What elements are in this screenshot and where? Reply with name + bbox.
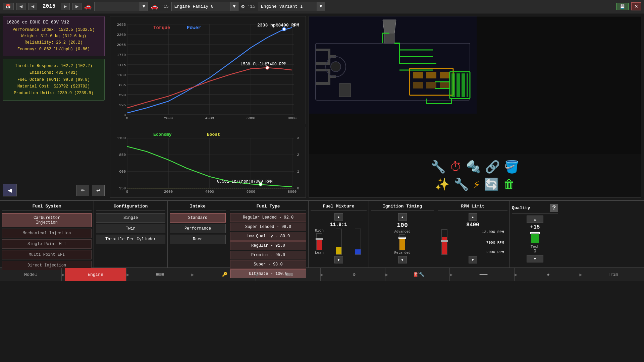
dropdown-arrow-2[interactable]: ▼ bbox=[230, 2, 238, 11]
left-panel: 16286 cc DOHC DI 60V V12 Performance Ind… bbox=[0, 13, 107, 200]
config-single[interactable]: Single bbox=[96, 213, 165, 223]
next-year-btn2[interactable]: ▶ bbox=[72, 3, 82, 10]
performance-index: Performance Index: 1532.5 (1532.5) bbox=[6, 27, 101, 33]
fuel-item-mechanical[interactable]: Mechanical Injection bbox=[2, 229, 92, 238]
intake-standard[interactable]: Standard bbox=[170, 213, 226, 223]
fuel-super[interactable]: Super - 98.0 bbox=[230, 260, 306, 269]
svg-text:590: 590 bbox=[119, 93, 126, 97]
intake-race[interactable]: Race bbox=[170, 235, 226, 244]
mixture-down-btn[interactable]: ▼ bbox=[334, 256, 343, 263]
rpm-limit-header: RPM Limit bbox=[438, 204, 507, 210]
nav-engine[interactable]: Engine bbox=[65, 268, 126, 281]
spanner-icon: 🔧 bbox=[454, 177, 469, 192]
tech-label: Tech bbox=[531, 245, 539, 249]
svg-text:8000: 8000 bbox=[288, 116, 297, 120]
nav-wheels[interactable]: ◈ bbox=[518, 268, 579, 281]
svg-text:2655: 2655 bbox=[117, 23, 126, 27]
rpm-down-btn[interactable]: ▼ bbox=[469, 256, 477, 263]
left-nav-bottom: ◀ ✏ ↩ bbox=[3, 183, 105, 198]
timing-up-btn[interactable]: ▲ bbox=[398, 213, 407, 221]
quality-section: Quality ? ▲ +15 Tech 0 ▼ bbox=[510, 201, 560, 267]
svg-rect-69 bbox=[440, 72, 450, 78]
dropdown-arrow-1[interactable]: ▼ bbox=[140, 2, 148, 11]
svg-rect-65 bbox=[384, 33, 394, 43]
nav-arrow-5: ▶ bbox=[321, 272, 323, 278]
fuel-item-singlepoint[interactable]: Single Point EFI bbox=[2, 239, 92, 249]
intake-header: Intake bbox=[170, 204, 226, 210]
nav-body-icon: ━━━ bbox=[480, 272, 487, 277]
svg-text:1475: 1475 bbox=[117, 63, 126, 67]
close-btn[interactable]: ✕ bbox=[631, 2, 641, 10]
svg-text:885: 885 bbox=[119, 83, 126, 87]
trash-icon: 🗑 bbox=[503, 177, 515, 192]
next-year-btn[interactable]: ▶ bbox=[61, 3, 70, 10]
svg-text:1770: 1770 bbox=[117, 53, 126, 57]
fuel-regular-leaded[interactable]: Regular Leaded - 92.0 bbox=[230, 213, 306, 222]
rpm-up-btn[interactable]: ▲ bbox=[469, 213, 477, 221]
config-twin[interactable]: Twin bbox=[96, 224, 165, 233]
nav-model-label: Model bbox=[24, 272, 37, 277]
svg-rect-72 bbox=[440, 82, 450, 88]
fuel-super-leaded[interactable]: Super Leaded - 98.0 bbox=[230, 223, 306, 231]
tech-value: 0 bbox=[534, 249, 536, 254]
bottom-controls: Fuel System CarburettorInjection Mechani… bbox=[0, 200, 644, 267]
nav-model[interactable]: Model bbox=[0, 268, 62, 281]
quality-down-btn[interactable]: ▼ bbox=[527, 255, 543, 262]
svg-text:350: 350 bbox=[119, 186, 126, 190]
configuration-header: Configuration bbox=[96, 204, 165, 210]
nav-assist[interactable]: ⛽🔧 bbox=[388, 268, 450, 281]
car-icon: 🚗 bbox=[84, 3, 92, 10]
fuel-low-quality[interactable]: Low Quality - 80.0 bbox=[230, 232, 306, 241]
fuel-premium[interactable]: Premium - 95.0 bbox=[230, 251, 306, 259]
svg-rect-67 bbox=[413, 72, 423, 78]
nav-arrow-2: ▶ bbox=[126, 272, 129, 278]
intake-section: Intake Standard Performance Race bbox=[168, 201, 228, 267]
rpm-mid-label: 12,000 RPM bbox=[482, 230, 504, 234]
quality-up-btn[interactable]: ▲ bbox=[527, 216, 543, 223]
svg-text:4000: 4000 bbox=[205, 116, 214, 120]
intake-performance[interactable]: Performance bbox=[170, 224, 226, 233]
nav-suspension-icon: ⊟⊟⊟ bbox=[285, 272, 293, 277]
lean-label: Lean bbox=[315, 251, 324, 255]
svg-text:0.581 lb/(hph)@7000 RPM: 0.581 lb/(hph)@7000 RPM bbox=[217, 179, 273, 184]
quality-header: Quality bbox=[512, 205, 530, 210]
rich-label: Rich bbox=[315, 229, 324, 233]
fuel-item-multipoint[interactable]: Multi Point EFI bbox=[2, 250, 92, 259]
save-btn[interactable]: 💾 bbox=[616, 3, 629, 10]
nav-drivetrain[interactable]: 🔑 bbox=[194, 268, 256, 281]
nav-arrow-6: ▶ bbox=[385, 272, 388, 278]
material-cost: Material Cost: $23792 ($23792) bbox=[6, 83, 101, 90]
nav-arrow-3: ▶ bbox=[191, 272, 194, 278]
top-bar: 📅 ◀ ◀ 2015 ▶ ▶ 🚗 ▼ 🚗 '15 Engine Family 8… bbox=[0, 0, 644, 13]
nav-body[interactable]: ━━━ bbox=[453, 268, 515, 281]
nav-suspension[interactable]: ⊟⊟⊟ bbox=[259, 268, 320, 281]
prev-year-btn2[interactable]: ◀ bbox=[28, 3, 37, 10]
nav-trim[interactable]: Trim bbox=[582, 268, 644, 281]
prev-year-btn[interactable]: ◀ bbox=[16, 3, 25, 10]
emissions: Emissions: 481 (481) bbox=[6, 69, 101, 76]
calendar-btn[interactable]: 📅 bbox=[3, 3, 14, 10]
dropdown-arrow-3[interactable]: ▼ bbox=[317, 2, 325, 11]
mixture-up-btn[interactable]: ▲ bbox=[334, 213, 343, 221]
nav-aero[interactable]: ⚙ bbox=[323, 268, 385, 281]
svg-rect-70 bbox=[413, 82, 423, 88]
svg-text:1538 ft·lb@7400 RPM: 1538 ft·lb@7400 RPM bbox=[240, 62, 286, 67]
left-nav-prev[interactable]: ◀ bbox=[3, 184, 17, 196]
rpm-max-value: 8400 bbox=[466, 222, 479, 228]
undo-btn[interactable]: ↩ bbox=[92, 185, 105, 196]
svg-text:1: 1 bbox=[297, 170, 299, 174]
quality-help-btn[interactable]: ? bbox=[550, 204, 558, 212]
nav-transmission[interactable]: ⊞⊞⊞ bbox=[129, 268, 191, 281]
reliability: Reliability: 26.2 (26.2) bbox=[6, 40, 101, 46]
nav-arrow-9: ▶ bbox=[579, 272, 582, 278]
config-throttle[interactable]: Throttle Per Cylinder bbox=[96, 235, 165, 244]
fuel-mixture-section: Fuel Mixture ▲ 11.9:1 Rich Lean bbox=[309, 201, 369, 267]
nav-trim-label: Trim bbox=[608, 272, 618, 277]
main-row: 16286 cc DOHC DI 60V V12 Performance Ind… bbox=[0, 13, 644, 200]
pencil-btn[interactable]: ✏ bbox=[76, 185, 89, 196]
fuel-regular[interactable]: Regular - 91.0 bbox=[230, 241, 306, 250]
timing-down-btn[interactable]: ▼ bbox=[398, 256, 407, 263]
fuel-item-carburettor[interactable]: CarburettorInjection bbox=[2, 213, 92, 227]
engine-stats-box: Throttle Response: 102.2 (102.2) Emissio… bbox=[3, 59, 105, 101]
timing-value: 100 bbox=[397, 222, 408, 229]
